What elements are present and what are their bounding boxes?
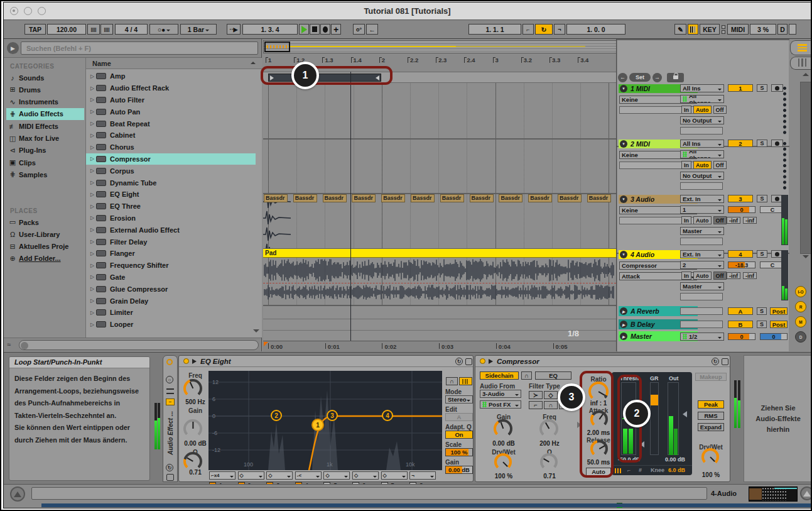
eq-band-shape-dropdown[interactable]: ⌐x4 bbox=[209, 471, 235, 480]
overdub-button[interactable]: + bbox=[331, 24, 341, 35]
scale-field[interactable]: 100 % bbox=[445, 448, 473, 456]
post-button[interactable]: Post bbox=[770, 307, 788, 315]
sidebar-item-plug-ins[interactable]: ⊲Plug-Ins bbox=[6, 145, 84, 157]
computer-midi-keyboard-button[interactable] bbox=[688, 24, 698, 35]
return-number-button[interactable]: A bbox=[728, 307, 753, 315]
device-title-bar[interactable]: Compressor bbox=[475, 356, 730, 367]
arrangement-view-selector[interactable] bbox=[790, 40, 811, 55]
hot-swap-icon[interactable]: ○ bbox=[166, 376, 173, 383]
loop-start-field[interactable]: 1. 1. 1 bbox=[468, 24, 521, 35]
monitor-in-button[interactable]: In bbox=[681, 272, 691, 280]
expand-arrow-icon[interactable]: ▷ bbox=[86, 274, 95, 280]
sidebar-item-user-library[interactable]: ΩUser-Library bbox=[6, 228, 84, 240]
bassdrum-clip-header[interactable]: Bassdr bbox=[470, 194, 494, 202]
input-channel-dropdown[interactable]: All Channe bbox=[680, 150, 724, 158]
save-preset-icon[interactable] bbox=[465, 358, 472, 365]
makeup-button[interactable]: Makeup bbox=[695, 373, 727, 381]
adapt-q-button[interactable]: On bbox=[445, 431, 473, 439]
monitor-in-button[interactable]: In bbox=[681, 106, 691, 114]
eq-band-shape-dropdown[interactable]: ◇ bbox=[266, 471, 293, 480]
bassdrum-clip-header[interactable]: Bassdr bbox=[587, 194, 611, 202]
expand-arrow-icon[interactable]: ▷ bbox=[86, 310, 95, 316]
pad-clip-header[interactable]: Pad bbox=[263, 249, 616, 258]
browser-device-frequency-shifter[interactable]: ▷Frequency Shifter bbox=[86, 260, 256, 272]
input-type-dropdown[interactable]: All Ins bbox=[680, 84, 724, 92]
expand-arrow-icon[interactable]: ▷ bbox=[86, 156, 95, 162]
browser-device-looper[interactable]: ▷Looper bbox=[86, 319, 256, 331]
sc-gain-value[interactable]: 0.00 dB bbox=[489, 440, 518, 447]
show-returns-toggle[interactable]: R bbox=[795, 301, 806, 312]
solo-button[interactable]: S bbox=[757, 307, 767, 315]
edit-ab-button[interactable]: A bbox=[445, 413, 473, 421]
midi-map-button[interactable]: MIDI bbox=[727, 24, 749, 35]
show-mixer-toggle[interactable]: M bbox=[795, 316, 806, 327]
preview-bar[interactable] bbox=[19, 340, 259, 350]
solo-button[interactable]: S bbox=[757, 321, 767, 328]
expand-arrow-icon[interactable]: ▷ bbox=[86, 168, 95, 173]
expand-button[interactable]: Expand bbox=[698, 423, 724, 431]
eq-band-shape-dropdown[interactable]: ◇ bbox=[381, 471, 408, 480]
browser-device-cabinet[interactable]: ▷Cabinet bbox=[86, 129, 256, 141]
sidechain-button[interactable]: Sidechain bbox=[480, 371, 519, 380]
browser-device-auto-filter[interactable]: ▷Auto Filter bbox=[86, 94, 256, 106]
bassdrum-clip-header[interactable]: Bassdr bbox=[293, 194, 317, 202]
transfer-curve-icon[interactable]: ⌐ bbox=[627, 467, 631, 473]
re-enable-automation-button[interactable]: o° bbox=[353, 24, 365, 35]
return-field[interactable] bbox=[680, 321, 723, 328]
track-field[interactable] bbox=[680, 238, 723, 245]
expand-arrow-icon[interactable]: ▷ bbox=[86, 97, 95, 102]
bassdrum-clip-header[interactable]: Bassdr bbox=[440, 194, 464, 202]
arrangement-position-field[interactable]: 1. 3. 4 bbox=[242, 24, 298, 35]
list-icon[interactable] bbox=[166, 388, 174, 394]
monitor-in-button[interactable]: In bbox=[681, 216, 691, 224]
arrangement-lanes[interactable]: BassdrBassdrBassdrBassdrBassdrBassdrBass… bbox=[263, 83, 616, 341]
hot-swap-icon[interactable]: ↻ bbox=[712, 358, 719, 365]
expand-arrow-icon[interactable]: ▷ bbox=[86, 322, 95, 327]
input-type-dropdown[interactable]: Ext. In bbox=[680, 250, 724, 258]
monitor-auto-button[interactable]: Auto bbox=[693, 272, 712, 280]
eq-band-shape-dropdown[interactable]: ¬ bbox=[409, 471, 436, 480]
time-signature-field[interactable]: 4 / 4 bbox=[115, 24, 148, 35]
browser-device-beat-repeat[interactable]: ▷Beat Repeat bbox=[86, 118, 256, 129]
rack-power-button[interactable] bbox=[166, 359, 173, 365]
session-view-selector[interactable] bbox=[790, 57, 811, 70]
gain-value[interactable]: 0.00 dB bbox=[181, 440, 210, 447]
track-number-button[interactable]: 2 bbox=[728, 140, 753, 147]
track-field[interactable] bbox=[680, 127, 723, 135]
output-gain-handle[interactable] bbox=[679, 411, 687, 417]
sidebar-item-aktuelles-proje[interactable]: ⊟Aktuelles Proje bbox=[6, 241, 84, 253]
fold-button[interactable]: − bbox=[166, 398, 175, 405]
device-fold-icon[interactable] bbox=[489, 359, 493, 364]
clip-thumbnail[interactable] bbox=[749, 486, 798, 502]
browser-device-chorus[interactable]: ▷Chorus bbox=[86, 141, 256, 153]
metronome-button[interactable]: ○● bbox=[149, 24, 178, 35]
browser-device-eq-eight[interactable]: ▷EQ Eight bbox=[86, 189, 256, 201]
eq-band-shape-dropdown[interactable]: ◇ bbox=[323, 471, 350, 480]
bassdrum-clip-header[interactable]: Bassdr bbox=[528, 194, 552, 202]
browser-device-external-audio-effect[interactable]: ▷External Audio Effect bbox=[86, 224, 256, 236]
follow-button[interactable]: ··▶ bbox=[227, 24, 241, 35]
search-input[interactable] bbox=[21, 41, 258, 55]
sidechain-eq-button[interactable]: EQ bbox=[535, 371, 571, 380]
monitor-off-button[interactable]: Off bbox=[713, 161, 727, 169]
track-field[interactable] bbox=[680, 293, 723, 300]
browser-device-amp[interactable]: ▷Amp bbox=[86, 70, 256, 82]
browser-device-limiter[interactable]: ▷Limiter bbox=[86, 307, 256, 319]
sidebar-item-clips[interactable]: ▣Clips bbox=[6, 157, 84, 168]
expand-arrow-icon[interactable]: ▷ bbox=[86, 109, 95, 114]
nudge-up-button[interactable]: |||| bbox=[100, 24, 113, 35]
expand-arrow-icon[interactable]: ▷ bbox=[86, 180, 95, 185]
expand-arrow-icon[interactable]: ▷ bbox=[86, 227, 95, 233]
list-header[interactable]: Name bbox=[86, 58, 262, 69]
input-channel-dropdown[interactable]: 2 bbox=[680, 261, 724, 269]
monitor-auto-button[interactable]: Auto bbox=[693, 161, 712, 169]
device-activator[interactable] bbox=[183, 358, 189, 364]
device-activator[interactable] bbox=[480, 358, 485, 364]
fold-icon[interactable]: ▶ bbox=[620, 307, 627, 315]
scroll-down-icon[interactable] bbox=[253, 329, 259, 332]
stop-button[interactable] bbox=[310, 24, 320, 35]
device-fold-icon[interactable] bbox=[192, 359, 197, 364]
scroll-down-icon[interactable] bbox=[803, 255, 809, 258]
expand-arrow-icon[interactable]: ▷ bbox=[86, 239, 95, 245]
bassdrum-clip-header[interactable]: Bassdr bbox=[323, 194, 347, 202]
